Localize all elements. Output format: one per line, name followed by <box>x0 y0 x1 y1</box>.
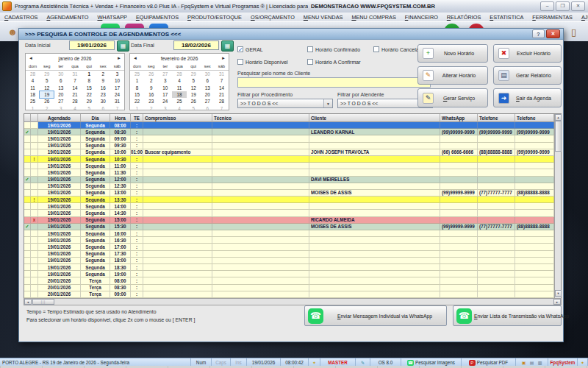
menu-equipamentos[interactable]: EQUIPAMENTOS <box>132 14 183 21</box>
calendar-prev-icon[interactable]: ◄ <box>130 56 140 60</box>
checkbox-box[interactable] <box>307 59 313 65</box>
calendar-day[interactable]: 7 <box>215 77 229 84</box>
calendar-day[interactable]: 27 <box>54 98 68 105</box>
column-header-whatsapp[interactable]: WhatsApp <box>440 114 478 122</box>
calendar-day[interactable]: 3 <box>110 71 124 77</box>
sair-da-agenda-button[interactable]: ➜Sair da Agenda <box>493 88 562 107</box>
column-header-telefone[interactable]: Telefone <box>478 114 515 122</box>
horizontal-scrollbar[interactable]: ◄ ||| ► <box>24 298 562 305</box>
calendar-day[interactable]: 29 <box>40 71 54 77</box>
calendar-day[interactable]: 21 <box>68 91 82 98</box>
calendar-day[interactable]: 9 <box>144 85 158 91</box>
calendar-day[interactable]: 3 <box>158 105 172 112</box>
calendar-day[interactable]: 11 <box>172 85 186 91</box>
checkbox-hor-rio-confirmado[interactable]: Horário Confirmado <box>307 46 360 52</box>
calendar-day[interactable]: 19 <box>187 91 201 98</box>
schedule-row[interactable]: 19/01/2026Segunda16:30: <box>24 237 554 244</box>
schedule-row[interactable]: 19/01/2026Segunda19:00: <box>24 271 554 277</box>
calendar-day[interactable]: 1 <box>26 105 40 112</box>
calendar-day[interactable]: 5 <box>40 77 54 84</box>
schedule-row[interactable]: 19/01/2026Segunda08:00: <box>24 122 554 129</box>
calendar-day[interactable]: 7 <box>215 105 229 112</box>
schedule-row[interactable]: ✓19/01/2026Segunda08:30:LEANDRO KARNAL(9… <box>24 129 554 135</box>
maximize-button[interactable]: ❒ <box>556 1 570 11</box>
schedule-row[interactable]: 19/01/2026Segunda14:00: <box>24 203 554 210</box>
checkbox-hor-rio-a-confirmar[interactable]: Horário A Confirmar <box>307 59 360 65</box>
calendar-day[interactable]: 26 <box>187 98 201 105</box>
search-input[interactable] <box>237 77 431 88</box>
calendar-day[interactable]: 2 <box>144 105 158 112</box>
menu-menu-vendas[interactable]: MENU VENDAS <box>299 14 348 21</box>
column-header-te[interactable]: TE <box>131 114 143 122</box>
calendar-day[interactable]: 5 <box>187 77 201 84</box>
checkbox-hor-rio-dispon-vel[interactable]: Horário Disponível <box>237 59 288 65</box>
calendar-day[interactable]: 15 <box>130 91 144 98</box>
enviar-lista-de-transmiss-o-via-whatsapp-button[interactable]: ☎Enviar Lista de Transmissão via WhatsAp… <box>453 305 562 326</box>
menu-produto-estoque[interactable]: PRODUTO/ESTOQUE <box>183 14 246 21</box>
checkbox-box[interactable] <box>373 46 379 52</box>
horizontal-scroll-thumb[interactable]: ||| <box>32 299 54 305</box>
calendar-day[interactable]: 18 <box>26 91 40 98</box>
calendar-day[interactable]: 7 <box>110 105 124 112</box>
dialog-close-button[interactable]: ✕ <box>546 29 560 38</box>
calendar-day[interactable]: 25 <box>26 98 40 105</box>
calendar-day[interactable]: 28 <box>26 71 40 77</box>
column-header-dia[interactable]: Dia <box>81 114 110 122</box>
schedule-row[interactable]: 20/01/2026Terça09:00: <box>24 291 554 298</box>
schedule-row[interactable]: 19/01/2026Segunda13:00:MOISES DE ASSIS(9… <box>24 190 554 197</box>
status-tool-icon[interactable]: ▤ <box>528 360 535 366</box>
scroll-up-icon[interactable]: ▲ <box>555 114 562 121</box>
excluir-hor-rio-button[interactable]: ✖Excluir Horário <box>493 44 562 63</box>
calendar-day[interactable]: 30 <box>54 71 68 77</box>
schedule-row[interactable]: 19/01/2026Segunda17:30: <box>24 251 554 258</box>
calendar-day[interactable]: 27 <box>158 71 172 77</box>
calendar-day[interactable]: 25 <box>130 71 144 77</box>
chevron-down-icon[interactable]: ▼ <box>323 99 332 107</box>
checkbox-geral[interactable]: ✓GERAL <box>237 46 263 52</box>
calendar-day[interactable]: 18 <box>172 91 186 98</box>
calendar-day[interactable]: 1 <box>130 105 144 112</box>
scroll-down-icon[interactable]: ▼ <box>555 290 562 297</box>
checkbox-box[interactable] <box>237 59 243 65</box>
calendar-day[interactable]: 15 <box>82 85 96 91</box>
calendar-day[interactable]: 16 <box>144 91 158 98</box>
calendar-day[interactable]: 7 <box>68 77 82 84</box>
calendar-day[interactable]: 6 <box>54 77 68 84</box>
calendar-day[interactable]: 4 <box>172 77 186 84</box>
calendar-day[interactable]: 14 <box>215 85 229 91</box>
vertical-scroll-thumb[interactable] <box>555 121 562 152</box>
schedule-row[interactable]: 19/01/2026Segunda10:0001:00Buscar equipa… <box>24 149 554 156</box>
schedule-row[interactable]: 19/01/2026Segunda18:00: <box>24 258 554 264</box>
schedule-row[interactable]: x19/01/2026Segunda15:00:RICARDO ALMEIDA <box>24 217 554 224</box>
dialog-titlebar[interactable]: >>> PESQUISA E CONTROLE DE AGENDAMENTOS … <box>19 29 563 40</box>
status-tool-icon[interactable]: ▣ <box>520 360 527 366</box>
column-header-blank[interactable] <box>31 114 38 122</box>
schedule-row[interactable]: ✓19/01/2026Segunda12:00:DAVI MEIRELLES <box>24 177 554 183</box>
calendar-day[interactable]: 6 <box>201 105 215 112</box>
calendar-day[interactable]: 13 <box>54 85 68 91</box>
calendar-day[interactable]: 19 <box>40 91 54 98</box>
calendar-day[interactable]: 1 <box>130 77 144 84</box>
column-header-compromisso[interactable]: Compromisso <box>143 114 212 122</box>
date-end-picker-icon[interactable]: ▦ <box>221 40 234 52</box>
column-header-blank[interactable] <box>24 114 31 122</box>
menu-os-or-amento[interactable]: OS/ORÇAMENTO <box>246 14 299 21</box>
calendar-day[interactable]: 8 <box>130 85 144 91</box>
menu-estatistica[interactable]: ESTATISTICA <box>485 14 528 21</box>
gerar-servi-o-button[interactable]: ✎Gerar Serviço <box>417 88 488 107</box>
exit-icon[interactable]: ▯ <box>564 24 584 40</box>
calendar-day[interactable]: 25 <box>172 98 186 105</box>
schedule-row[interactable]: !19/01/2026Segunda10:30: <box>24 156 554 163</box>
calendar-day[interactable]: 2 <box>144 77 158 84</box>
alterar-hor-rio-button[interactable]: ✎Alterar Horário <box>417 66 488 85</box>
dialog-help-button[interactable]: ? <box>532 29 545 38</box>
scroll-left-icon[interactable]: ◄ <box>24 299 32 305</box>
calendar-day[interactable]: 2 <box>40 105 54 112</box>
calendar-day[interactable]: 20 <box>54 91 68 98</box>
calendar-day[interactable]: 31 <box>110 98 124 105</box>
calendar-day[interactable]: 4 <box>68 105 82 112</box>
calendar-day[interactable]: 16 <box>96 85 110 91</box>
close-button[interactable]: ✕ <box>571 1 585 11</box>
schedule-row[interactable]: !19/01/2026Segunda13:30: <box>24 197 554 203</box>
schedule-row[interactable]: 19/01/2026Segunda11:00: <box>24 163 554 169</box>
